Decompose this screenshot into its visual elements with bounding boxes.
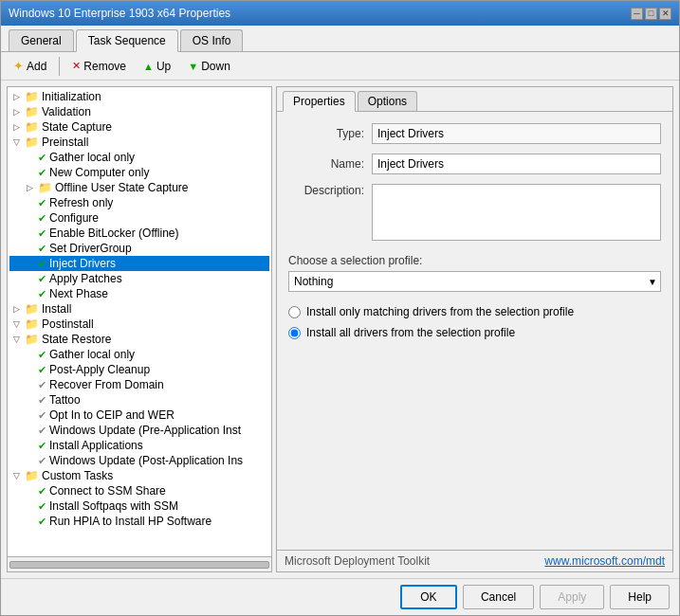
tab-task-sequence[interactable]: Task Sequence	[76, 29, 178, 52]
tree-item[interactable]: ▽📁Postinstall	[9, 317, 269, 332]
tree-item[interactable]: ▽📁State Restore	[9, 332, 269, 347]
type-row: Type:	[288, 123, 661, 144]
tree-item[interactable]: ▷📁State Capture	[9, 119, 269, 135]
type-label: Type:	[288, 127, 364, 140]
tree-item[interactable]: ✔Windows Update (Post-Application Ins	[9, 453, 269, 468]
description-row: Description:	[288, 184, 661, 241]
mdt-link[interactable]: www.microsoft.com/mdt	[544, 554, 665, 568]
tab-properties[interactable]: Properties	[283, 91, 356, 112]
selection-profile-select[interactable]: Nothing	[288, 271, 661, 292]
tree-item[interactable]: ✔Gather local only	[9, 347, 269, 362]
tree-item[interactable]: ✔Tattoo	[9, 392, 269, 408]
tree-item[interactable]: ▷📁Initialization	[9, 89, 269, 104]
tab-os-info[interactable]: OS Info	[180, 29, 244, 51]
tree-item[interactable]: ✔Refresh only	[9, 195, 269, 210]
down-label: Down	[201, 60, 230, 73]
tree-item[interactable]: ✔Enable BitLocker (Offline)	[9, 226, 269, 241]
tree-item[interactable]: ✔Gather local only	[9, 150, 269, 165]
remove-icon: ✕	[72, 60, 81, 72]
tree-item[interactable]: ✔Configure	[9, 210, 269, 226]
up-icon: ▲	[143, 61, 154, 72]
tree-item[interactable]: ✔Install Applications	[9, 438, 269, 453]
tree-item[interactable]: ✔New Computer only	[9, 165, 269, 180]
footer-bar: Microsoft Deployment Toolkit www.microso…	[277, 550, 672, 571]
tree-item[interactable]: ✔Set DriverGroup	[9, 241, 269, 256]
name-label: Name:	[288, 157, 364, 171]
toolbar: ✦ Add ✕ Remove ▲ Up ▼ Down	[1, 52, 679, 81]
properties-panel: Properties Options Type: Name: Descripti…	[276, 86, 673, 572]
tree-item[interactable]: ✔Install Softpaqs with SSM	[9, 498, 269, 514]
down-icon: ▼	[188, 61, 198, 72]
type-input[interactable]	[372, 123, 661, 144]
window-title: Windows 10 Enterprise 1903 x64 Propertie…	[9, 7, 230, 20]
tree-item[interactable]: ✔Opt In to CEIP and WER	[9, 408, 269, 423]
horizontal-scrollbar[interactable]	[8, 556, 271, 571]
tree-item[interactable]: ▽📁Custom Tasks	[9, 468, 269, 483]
title-bar: Windows 10 Enterprise 1903 x64 Propertie…	[1, 1, 679, 26]
apply-button[interactable]: Apply	[540, 585, 604, 609]
tree-item[interactable]: ✔Apply Patches	[9, 271, 269, 286]
tree-item[interactable]: ✔Connect to SSM Share	[9, 483, 269, 498]
close-button[interactable]: ✕	[659, 8, 671, 20]
selection-profile-section: Choose a selection profile: Nothing ▼	[288, 250, 661, 292]
main-content: ▷📁Initialization▷📁Validation▷📁State Capt…	[1, 81, 679, 578]
brand-label: Microsoft Deployment Toolkit	[285, 554, 430, 568]
selection-profile-dropdown-container: Nothing ▼	[288, 271, 661, 292]
driver-options-group: Install only matching drivers from the s…	[288, 305, 661, 339]
cancel-button[interactable]: Cancel	[463, 585, 534, 609]
tree-item[interactable]: ✔Next Phase	[9, 286, 269, 301]
buttons-bar: OK Cancel Apply Help	[1, 578, 679, 615]
main-window: Windows 10 Enterprise 1903 x64 Propertie…	[0, 0, 680, 616]
tree-item[interactable]: ✔Inject Drivers	[9, 256, 269, 271]
up-label: Up	[156, 60, 171, 73]
tree-item[interactable]: ▷📁Offline User State Capture	[9, 180, 269, 195]
radio-row-all: Install all drivers from the selection p…	[288, 326, 661, 339]
radio-matching-drivers[interactable]	[288, 306, 301, 318]
help-button[interactable]: Help	[610, 585, 670, 609]
properties-content: Type: Name: Description: Choose a select…	[277, 112, 672, 550]
radio-matching-label: Install only matching drivers from the s…	[306, 305, 574, 318]
add-button[interactable]: ✦ Add	[7, 56, 53, 76]
radio-all-drivers[interactable]	[288, 327, 301, 339]
down-button[interactable]: ▼ Down	[181, 57, 237, 76]
tree-item[interactable]: ▷📁Validation	[9, 104, 269, 119]
tree-item[interactable]: ✔Recover From Domain	[9, 377, 269, 392]
ok-button[interactable]: OK	[400, 585, 457, 609]
radio-all-label: Install all drivers from the selection p…	[306, 326, 515, 339]
remove-button[interactable]: ✕ Remove	[65, 57, 133, 76]
title-bar-buttons: ─ □ ✕	[631, 8, 671, 20]
description-label: Description:	[288, 184, 364, 197]
separator1	[59, 57, 60, 76]
name-row: Name:	[288, 154, 661, 174]
tree-item[interactable]: ✔Windows Update (Pre-Application Inst	[9, 423, 269, 438]
tree-container[interactable]: ▷📁Initialization▷📁Validation▷📁State Capt…	[8, 87, 271, 556]
tree-item[interactable]: ✔Post-Apply Cleanup	[9, 362, 269, 377]
tab-general[interactable]: General	[9, 29, 74, 51]
tab-options[interactable]: Options	[358, 91, 417, 111]
tree-item[interactable]: ✔Run HPIA to Install HP Software	[9, 514, 269, 529]
remove-label: Remove	[83, 60, 126, 73]
task-sequence-tree: ▷📁Initialization▷📁Validation▷📁State Capt…	[7, 86, 272, 572]
radio-row-matching: Install only matching drivers from the s…	[288, 305, 661, 318]
selection-profile-label: Choose a selection profile:	[288, 254, 661, 267]
description-input[interactable]	[372, 184, 661, 241]
scroll-thumb[interactable]	[9, 561, 269, 569]
name-input[interactable]	[372, 154, 661, 174]
add-icon: ✦	[13, 59, 24, 73]
tab-bar: General Task Sequence OS Info	[1, 26, 679, 52]
right-tab-bar: Properties Options	[277, 87, 672, 112]
tree-item[interactable]: ▽📁Preinstall	[9, 135, 269, 150]
maximize-button[interactable]: □	[645, 8, 657, 20]
tree-item[interactable]: ▷📁Install	[9, 301, 269, 317]
up-button[interactable]: ▲ Up	[137, 57, 177, 76]
add-label: Add	[27, 60, 46, 73]
minimize-button[interactable]: ─	[631, 8, 643, 20]
